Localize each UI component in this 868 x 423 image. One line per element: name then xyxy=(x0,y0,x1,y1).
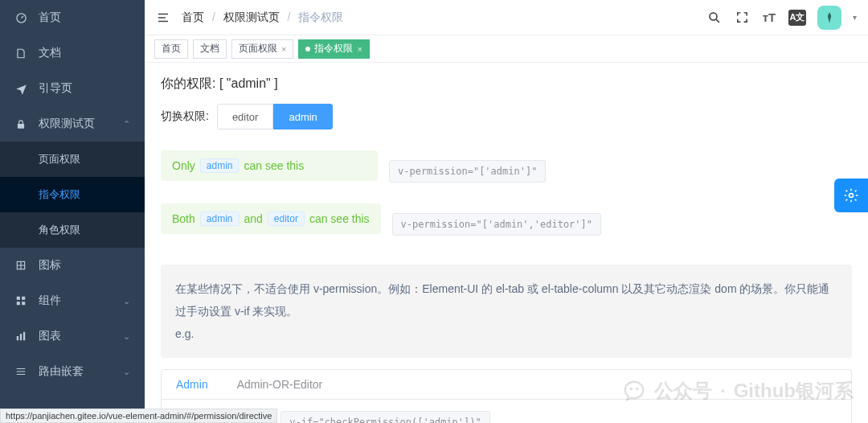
sidebar-item-icons[interactable]: 图标 xyxy=(0,248,145,283)
sidebar-item-components[interactable]: 组件 ⌄ xyxy=(0,283,145,318)
sidebar-item-label: 图表 xyxy=(39,329,61,343)
code-snippet: v-if="checkPermission(['admin'])" xyxy=(280,411,489,423)
chip-admin: admin xyxy=(200,212,240,226)
svg-rect-4 xyxy=(22,297,25,300)
avatar[interactable] xyxy=(817,6,841,30)
sidebar-item-nested[interactable]: 路由嵌套 ⌄ xyxy=(0,354,145,389)
sidebar-item-charts[interactable]: 图表 ⌄ xyxy=(0,318,145,354)
svg-rect-3 xyxy=(17,297,20,300)
breadcrumb: 首页 / 权限测试页 / 指令权限 xyxy=(182,10,343,25)
chip-admin: admin xyxy=(200,158,240,173)
grid-icon xyxy=(14,260,27,271)
fullscreen-icon[interactable] xyxy=(734,10,750,26)
svg-rect-1 xyxy=(18,123,24,128)
sidebar-item-label: 文档 xyxy=(39,46,61,60)
sidebar-item-label: 图标 xyxy=(39,258,61,273)
tab-admin[interactable]: Admin xyxy=(162,370,223,399)
chevron-down-icon: ⌄ xyxy=(123,296,130,306)
dashboard-icon xyxy=(14,12,27,24)
sidebar-item-label: 组件 xyxy=(39,294,61,308)
alert-only-admin: Only admin can see this xyxy=(161,150,378,181)
close-icon[interactable]: × xyxy=(357,44,362,54)
toolbar: тT A文 ▾ xyxy=(706,6,857,30)
status-url: https://panjiachen.gitee.io/vue-element-… xyxy=(0,409,277,423)
chart-icon xyxy=(14,331,27,342)
sidebar-submenu: 页面权限 指令权限 角色权限 xyxy=(0,142,145,248)
tab-home[interactable]: 首页 xyxy=(154,39,188,59)
sidebar-item-home[interactable]: 首页 xyxy=(0,0,145,35)
caret-down-icon[interactable]: ▾ xyxy=(853,13,857,22)
language-icon[interactable]: A文 xyxy=(788,10,806,26)
code-snippet: v-permission="['admin','editor']" xyxy=(392,213,601,236)
hamburger-icon[interactable] xyxy=(156,10,170,25)
admin-button[interactable]: admin xyxy=(273,104,332,129)
topbar: 首页 / 权限测试页 / 指令权限 тT A文 ▾ xyxy=(145,0,868,35)
chevron-up-icon: ⌃ xyxy=(123,119,130,129)
tab-directive-perm[interactable]: 指令权限× xyxy=(298,39,369,59)
sidebar-item-label: 首页 xyxy=(39,10,61,25)
settings-fab[interactable] xyxy=(834,179,868,212)
svg-rect-8 xyxy=(20,334,22,340)
tab-doc[interactable]: 文档 xyxy=(193,39,227,59)
svg-point-11 xyxy=(850,194,854,198)
svg-rect-7 xyxy=(17,336,18,340)
chevron-down-icon: ⌄ xyxy=(123,331,130,342)
tab-admin-or-editor[interactable]: Admin-OR-Editor xyxy=(223,370,338,399)
crumb-current: 指令权限 xyxy=(298,10,343,23)
main: 首页 / 权限测试页 / 指令权限 тT A文 ▾ 首页 文档 页面权限× 指令… xyxy=(145,0,868,423)
info-note: 在某些情况下，不适合使用 v-permission。例如：Element-UI … xyxy=(161,265,852,358)
sidebar-item-page-perm[interactable]: 页面权限 xyxy=(0,142,145,177)
doc-icon xyxy=(14,47,27,60)
permission-row-1: Only admin can see this v-permission="['… xyxy=(161,150,852,192)
sidebar-item-label: 引导页 xyxy=(39,81,72,96)
editor-button[interactable]: editor xyxy=(217,104,274,129)
search-icon[interactable] xyxy=(706,10,723,26)
svg-rect-9 xyxy=(23,332,25,341)
chevron-down-icon: ⌄ xyxy=(123,367,130,377)
sidebar-item-label: 路由嵌套 xyxy=(39,364,84,379)
sidebar-item-guide[interactable]: 引导页 xyxy=(0,71,145,106)
font-size-icon[interactable]: тT xyxy=(761,10,777,26)
sidebar-item-permission[interactable]: 权限测试页 ⌃ xyxy=(0,106,145,142)
content: 你的权限: [ "admin" ] 切换权限: editor admin Onl… xyxy=(145,63,868,423)
nested-icon xyxy=(14,366,27,377)
your-permission: 你的权限: [ "admin" ] xyxy=(161,76,852,92)
sidebar: 首页 文档 引导页 权限测试页 ⌃ 页面权限 指令权限 角色权限 图标 组件 ⌄ xyxy=(0,0,145,423)
crumb-permission[interactable]: 权限测试页 xyxy=(223,10,280,23)
permission-row-2: Both admin and editor can see this v-per… xyxy=(161,203,852,245)
chip-editor: editor xyxy=(268,212,305,226)
tab-page-perm[interactable]: 页面权限× xyxy=(231,39,293,59)
svg-rect-5 xyxy=(17,302,20,305)
switch-permission: 切换权限: editor admin xyxy=(161,104,852,129)
svg-point-10 xyxy=(710,13,717,20)
sidebar-item-directive-perm[interactable]: 指令权限 xyxy=(0,177,145,212)
close-icon[interactable]: × xyxy=(281,44,286,54)
alert-both: Both admin and editor can see this xyxy=(161,203,381,234)
code-snippet: v-permission="['admin']" xyxy=(389,160,546,183)
lock-icon xyxy=(14,118,27,130)
tabs-bar: 首页 文档 页面权限× 指令权限× xyxy=(145,35,868,63)
sidebar-item-role-perm[interactable]: 角色权限 xyxy=(0,212,145,248)
crumb-home[interactable]: 首页 xyxy=(182,10,204,23)
gear-icon xyxy=(843,187,859,203)
plane-icon xyxy=(14,83,27,95)
components-icon xyxy=(14,295,27,306)
sidebar-item-label: 权限测试页 xyxy=(39,117,95,131)
svg-rect-6 xyxy=(22,302,25,305)
sidebar-item-doc[interactable]: 文档 xyxy=(0,35,145,71)
